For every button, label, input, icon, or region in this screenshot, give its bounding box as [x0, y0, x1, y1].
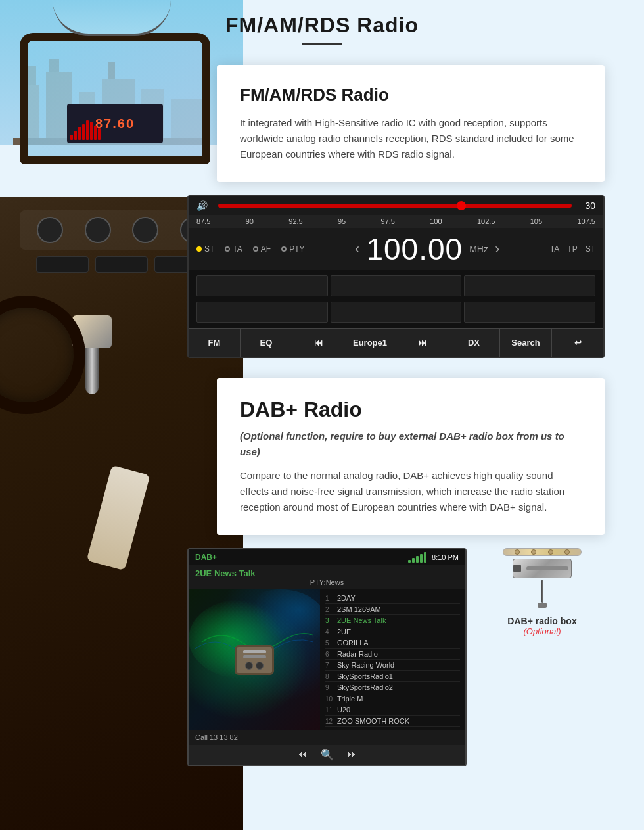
- dab-body: 1 2DAY 2 2SM 1269AM 3 2UE News Talk 4 2U…: [189, 589, 465, 730]
- dab-status-bar: DAB+ 8:10 PM: [189, 549, 465, 565]
- btn-fm[interactable]: FM: [189, 329, 241, 357]
- station-10[interactable]: 10 Triple M: [325, 693, 460, 704]
- af-dot: [253, 246, 258, 252]
- page-wrapper: 87.60: [0, 0, 644, 830]
- dab-optional-note: (Optional function, require to buy exter…: [240, 428, 582, 460]
- station-1[interactable]: 1 2DAY: [325, 593, 460, 604]
- option-ta[interactable]: TA: [225, 244, 242, 254]
- dab-radio-description: Compare to the normal analog radio, DAB+…: [240, 468, 582, 515]
- ta-dot: [225, 246, 230, 252]
- signal-bars: [408, 552, 426, 563]
- dab-ui: DAB+ 8:10 PM 2UE News Talk PTY:News: [187, 548, 467, 766]
- preset-6[interactable]: [464, 302, 595, 323]
- bottom-section: DAB+ 8:10 PM 2UE News Talk PTY:News: [187, 548, 605, 766]
- st-label: ST: [204, 244, 214, 254]
- title-underline: [302, 43, 342, 45]
- freq-100: 100: [430, 218, 442, 225]
- fm-radio-card: FM/AM/RDS Radio It integrated with High-…: [217, 65, 605, 182]
- page-title-section: FM/AM/RDS Radio: [0, 0, 644, 52]
- radio-options: ST TA AF PTY ‹ 100.00 MHz › TA: [189, 228, 603, 270]
- station-12[interactable]: 12 ZOO SMOOTH ROCK: [325, 716, 460, 727]
- af-label: AF: [261, 244, 271, 254]
- dab-station-name: 2UE News Talk: [195, 568, 459, 578]
- btn-dx[interactable]: DX: [448, 329, 500, 357]
- volume-track[interactable]: [218, 204, 572, 208]
- fm-radio-ui: 🔊 30 87.5 90 92.5 95 97.5 100 102.5 105 …: [187, 195, 605, 358]
- dab-btn-search[interactable]: 🔍: [321, 749, 334, 761]
- dab-station-list: 1 2DAY 2 2SM 1269AM 3 2UE News Talk 4 2U…: [320, 589, 465, 730]
- radio-bottom-bar: FM EQ ⏮ Europe1 ⏭ DX Search ↩: [189, 328, 603, 357]
- dab-box-section: DAB+ radio box (Optional): [480, 548, 605, 636]
- station-2[interactable]: 2 2SM 1269AM: [325, 604, 460, 615]
- btn-search[interactable]: Search: [500, 329, 552, 357]
- page-title: FM/AM/RDS Radio: [0, 13, 644, 37]
- freq-next-arrow[interactable]: ›: [495, 241, 499, 258]
- freq-87_5: 87.5: [196, 218, 210, 225]
- station-7[interactable]: 7 Sky Racing World: [325, 660, 460, 671]
- dab-footer-call: Call 13 13 82: [195, 733, 238, 741]
- fm-radio-title: FM/AM/RDS Radio: [240, 85, 582, 105]
- freq-97_5: 97.5: [381, 218, 395, 225]
- station-3[interactable]: 3 2UE News Talk: [325, 615, 460, 626]
- btn-next[interactable]: ⏭: [396, 329, 448, 357]
- dab-radio-card: DAB+ Radio (Optional function, require t…: [217, 378, 605, 535]
- dab-radio-title: DAB+ Radio: [240, 398, 582, 422]
- btn-prev[interactable]: ⏮: [292, 329, 344, 357]
- dab-pty: PTY:News: [195, 578, 459, 586]
- station-11[interactable]: 11 U20: [325, 704, 460, 716]
- station-9[interactable]: 9 SkySportsRadio2: [325, 682, 460, 693]
- frequency-scale: 87.5 90 92.5 95 97.5 100 102.5 105 107.5: [189, 215, 603, 228]
- dab-time: 8:10 PM: [432, 553, 459, 561]
- station-5[interactable]: 5 GORILLA: [325, 637, 460, 649]
- nav-tp: TP: [567, 244, 577, 254]
- fm-radio-description: It integrated with High-Sensitive radio …: [240, 115, 582, 162]
- btn-europe1[interactable]: Europe1: [344, 329, 396, 357]
- nav-ta: TA: [550, 244, 559, 254]
- freq-95: 95: [338, 218, 346, 225]
- dab-visual: [189, 589, 320, 730]
- dab-btn-prev[interactable]: ⏮: [297, 749, 308, 761]
- dab-box-label: DAB+ radio box (Optional): [480, 616, 605, 636]
- preset-5[interactable]: [331, 302, 462, 323]
- btn-back[interactable]: ↩: [552, 329, 603, 357]
- dab-footer-buttons: ⏮ 🔍 ⏭: [189, 745, 465, 765]
- freq-92_5: 92.5: [288, 218, 302, 225]
- btn-eq[interactable]: EQ: [241, 329, 292, 357]
- freq-107_5: 107.5: [577, 218, 595, 225]
- dab-btn-next[interactable]: ⏭: [347, 749, 357, 761]
- pty-label: PTY: [289, 244, 304, 254]
- option-af[interactable]: AF: [253, 244, 271, 254]
- option-st[interactable]: ST: [196, 244, 214, 254]
- preset-4[interactable]: [196, 302, 328, 323]
- volume-number: 30: [585, 200, 595, 211]
- ta-label: TA: [233, 244, 242, 254]
- station-4[interactable]: 4 2UE: [325, 626, 460, 637]
- freq-prev-arrow[interactable]: ‹: [355, 241, 359, 258]
- preset-1[interactable]: [196, 275, 328, 296]
- volume-icon: 🔊: [196, 200, 208, 211]
- freq-105: 105: [530, 218, 542, 225]
- dab-header: 2UE News Talk PTY:News: [189, 565, 465, 589]
- freq-90: 90: [246, 218, 254, 225]
- freq-102_5: 102.5: [477, 218, 495, 225]
- preset-2[interactable]: [331, 275, 462, 296]
- preset-3[interactable]: [464, 275, 595, 296]
- dab-label: DAB+: [195, 553, 217, 562]
- station-6[interactable]: 6 Radar Radio: [325, 649, 460, 660]
- frequency-display: 100.00: [366, 231, 463, 267]
- st-dot: [196, 246, 202, 252]
- freq-mhz-unit: MHz: [469, 244, 488, 254]
- nav-st: ST: [586, 244, 595, 254]
- volume-bar: 🔊 30: [189, 196, 603, 215]
- dab-footer: Call 13 13 82: [189, 730, 465, 745]
- radio-presets-row1: [189, 270, 603, 302]
- option-pty[interactable]: PTY: [281, 244, 304, 254]
- volume-thumb: [457, 201, 466, 210]
- pty-dot: [281, 246, 287, 252]
- station-8[interactable]: 8 SkySportsRadio1: [325, 671, 460, 682]
